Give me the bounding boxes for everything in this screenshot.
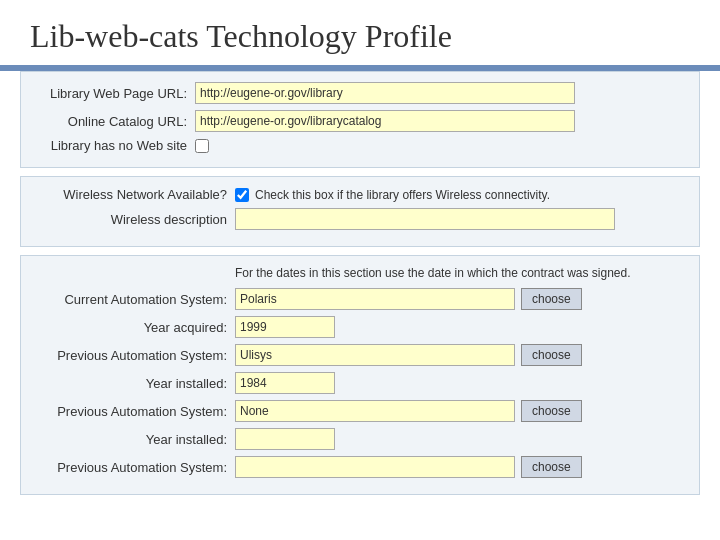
automation-note: For the dates in this section use the da…	[35, 266, 685, 280]
year-installed2-label: Year installed:	[35, 432, 235, 447]
wireless-available-checkbox[interactable]	[235, 188, 249, 202]
prev-system2-row: Previous Automation System: choose	[35, 400, 685, 422]
current-system-label: Current Automation System:	[35, 292, 235, 307]
no-web-site-label: Library has no Web site	[35, 138, 195, 153]
prev-system1-label: Previous Automation System:	[35, 348, 235, 363]
current-system-input[interactable]	[235, 288, 515, 310]
year-acquired-input[interactable]	[235, 316, 335, 338]
year-installed2-input[interactable]	[235, 428, 335, 450]
prev-system3-input[interactable]	[235, 456, 515, 478]
no-web-site-checkbox[interactable]	[195, 139, 209, 153]
prev-system2-input[interactable]	[235, 400, 515, 422]
wireless-available-note: Check this box if the library offers Wir…	[255, 188, 550, 202]
prev-system3-row: Previous Automation System: choose	[35, 456, 685, 478]
web-page-url-label: Library Web Page URL:	[35, 86, 195, 101]
year-installed1-row: Year installed:	[35, 372, 685, 394]
prev-system2-choose-button[interactable]: choose	[521, 400, 582, 422]
year-acquired-label: Year acquired:	[35, 320, 235, 335]
year-installed1-label: Year installed:	[35, 376, 235, 391]
prev-system3-choose-button[interactable]: choose	[521, 456, 582, 478]
wireless-description-input[interactable]	[235, 208, 615, 230]
year-installed2-row: Year installed:	[35, 428, 685, 450]
automation-section: For the dates in this section use the da…	[20, 255, 700, 495]
wireless-available-label: Wireless Network Available?	[35, 187, 235, 202]
online-catalog-url-label: Online Catalog URL:	[35, 114, 195, 129]
url-section: Library Web Page URL: Online Catalog URL…	[20, 71, 700, 168]
current-system-choose-button[interactable]: choose	[521, 288, 582, 310]
wireless-description-row: Wireless description	[35, 208, 685, 230]
page-title: Lib-web-cats Technology Profile	[0, 0, 720, 65]
wireless-available-row: Wireless Network Available? Check this b…	[35, 187, 685, 202]
year-acquired-row: Year acquired:	[35, 316, 685, 338]
web-page-url-row: Library Web Page URL:	[35, 82, 685, 104]
prev-system3-label: Previous Automation System:	[35, 460, 235, 475]
prev-system1-row: Previous Automation System: choose	[35, 344, 685, 366]
current-system-row: Current Automation System: choose	[35, 288, 685, 310]
prev-system2-label: Previous Automation System:	[35, 404, 235, 419]
online-catalog-url-input[interactable]	[195, 110, 575, 132]
wireless-description-label: Wireless description	[35, 212, 235, 227]
year-installed1-input[interactable]	[235, 372, 335, 394]
online-catalog-url-row: Online Catalog URL:	[35, 110, 685, 132]
web-page-url-input[interactable]	[195, 82, 575, 104]
wireless-section: Wireless Network Available? Check this b…	[20, 176, 700, 247]
no-web-site-row: Library has no Web site	[35, 138, 685, 153]
prev-system1-choose-button[interactable]: choose	[521, 344, 582, 366]
prev-system1-input[interactable]	[235, 344, 515, 366]
